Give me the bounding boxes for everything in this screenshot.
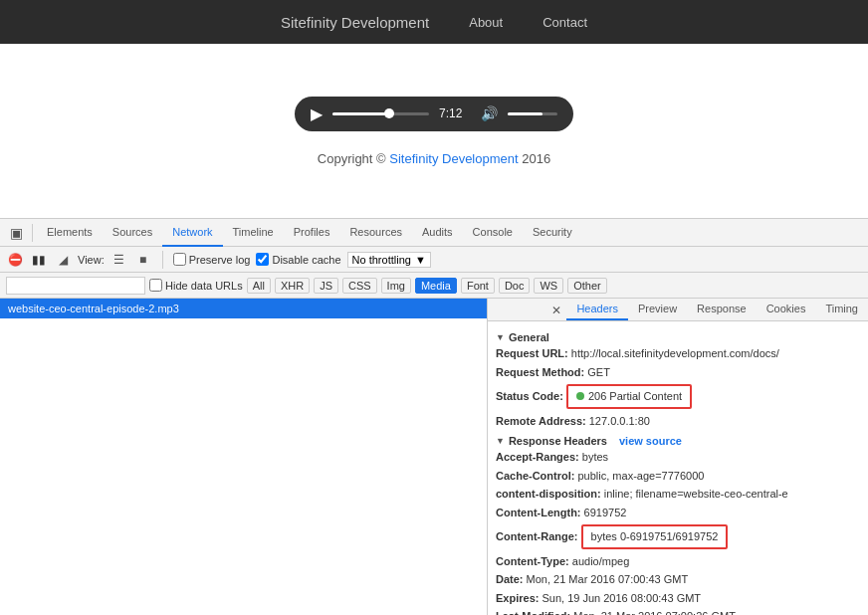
hide-data-urls-label: Hide data URLs bbox=[165, 280, 243, 292]
tab-resources[interactable]: Resources bbox=[339, 219, 412, 247]
request-method-key: Request Method: bbox=[496, 366, 587, 378]
general-triangle: ▼ bbox=[496, 332, 505, 342]
content-type-val: audio/mpeg bbox=[572, 555, 630, 567]
filter-font[interactable]: Font bbox=[461, 278, 495, 294]
close-button[interactable]: ✕ bbox=[546, 301, 566, 320]
volume-track[interactable] bbox=[508, 112, 557, 115]
status-code-box: 206 Partial Content bbox=[566, 384, 692, 409]
content-disposition-val: inline; filename=website-ceo-central-e bbox=[604, 488, 788, 500]
audio-player: ▶ 7:12 🔊 bbox=[295, 97, 573, 131]
filter-css[interactable]: CSS bbox=[342, 278, 377, 294]
request-url-val: http://local.sitefinitydevelopment.com/d… bbox=[571, 347, 779, 359]
nav-about[interactable]: About bbox=[469, 15, 503, 30]
request-list: website-ceo-central-episode-2.mp3 bbox=[0, 299, 488, 615]
accept-ranges-key: Accept-Ranges: bbox=[496, 451, 582, 463]
copyright-link[interactable]: Sitefinity Development bbox=[389, 151, 518, 166]
request-item-mp3[interactable]: website-ceo-central-episode-2.mp3 bbox=[0, 299, 487, 318]
details-tab-cookies[interactable]: Cookies bbox=[757, 299, 816, 320]
details-tab-response[interactable]: Response bbox=[687, 299, 757, 320]
main-content: ▶ 7:12 🔊 Copyright © Sitefinity Developm… bbox=[0, 44, 868, 218]
content-disposition-key: content-disposition: bbox=[496, 488, 604, 500]
content-range-key: Content-Range: bbox=[496, 530, 581, 542]
disable-cache-checkbox[interactable]: Disable cache bbox=[256, 253, 340, 266]
tab-sources[interactable]: Sources bbox=[103, 219, 162, 247]
response-headers-triangle: ▼ bbox=[496, 436, 505, 446]
details-tab-preview[interactable]: Preview bbox=[628, 299, 687, 320]
filter-icon[interactable]: ◢ bbox=[54, 251, 72, 269]
record-icon[interactable]: ▮▮ bbox=[30, 251, 48, 269]
progress-fill bbox=[332, 112, 385, 115]
date-row: Date: Mon, 21 Mar 2016 07:00:43 GMT bbox=[496, 571, 860, 588]
general-section-title: ▼ General bbox=[496, 331, 860, 343]
content-type-row: Content-Type: audio/mpeg bbox=[496, 553, 860, 570]
content-range-val: bytes 0-6919751/6919752 bbox=[591, 530, 719, 542]
hide-data-urls-checkbox[interactable]: Hide data URLs bbox=[149, 279, 243, 292]
mobile-icon[interactable]: ▣ bbox=[4, 221, 28, 245]
response-headers-section-title: ▼ Response Headers view source bbox=[496, 435, 860, 447]
navbar: Sitefinity Development About Contact bbox=[0, 0, 868, 44]
nav-contact[interactable]: Contact bbox=[542, 15, 587, 30]
last-modified-key: Last-Modified: bbox=[496, 610, 573, 615]
content-disposition-row: content-disposition: inline; filename=we… bbox=[496, 486, 860, 503]
remote-address-key: Remote Address: bbox=[496, 415, 589, 427]
throttle-select[interactable]: No throttling ▼ bbox=[347, 252, 431, 268]
request-method-val: GET bbox=[587, 366, 610, 378]
tab-elements[interactable]: Elements bbox=[37, 219, 103, 247]
filter-doc[interactable]: Doc bbox=[499, 278, 531, 294]
content-length-val: 6919752 bbox=[584, 507, 627, 518]
stop-icon[interactable]: ⛔ bbox=[6, 251, 24, 269]
details-panel: ✕ Headers Preview Response Cookies Timin… bbox=[488, 299, 868, 615]
tree-view-icon[interactable]: ■ bbox=[134, 251, 152, 269]
last-modified-val: Mon, 21 Mar 2016 07:00:26 GMT bbox=[573, 610, 736, 615]
time-display: 7:12 bbox=[439, 106, 471, 120]
filter-media[interactable]: Media bbox=[415, 278, 457, 294]
devtools-toolbar: ⛔ ▮▮ ◢ View: ☰ ■ Preserve log Disable ca… bbox=[0, 247, 868, 273]
throttle-label: No throttling bbox=[352, 254, 411, 266]
filter-ws[interactable]: WS bbox=[534, 278, 563, 294]
tab-audits[interactable]: Audits bbox=[412, 219, 463, 247]
date-key: Date: bbox=[496, 573, 527, 585]
throttle-chevron: ▼ bbox=[415, 254, 426, 266]
filter-js[interactable]: JS bbox=[314, 278, 338, 294]
progress-thumb bbox=[384, 108, 394, 118]
cache-control-key: Cache-Control: bbox=[496, 470, 578, 482]
devtools-tabs: ▣ Elements Sources Network Timeline Prof… bbox=[0, 219, 868, 247]
view-source-link[interactable]: view source bbox=[619, 435, 682, 447]
filter-xhr[interactable]: XHR bbox=[275, 278, 310, 294]
details-tabs: ✕ Headers Preview Response Cookies Timin… bbox=[488, 299, 868, 321]
copyright-text-before: Copyright © bbox=[318, 151, 389, 166]
content-range-box: bytes 0-6919751/6919752 bbox=[581, 524, 729, 549]
filter-all[interactable]: All bbox=[247, 278, 271, 294]
preserve-log-checkbox[interactable]: Preserve log bbox=[173, 253, 251, 266]
hide-data-urls-input[interactable] bbox=[149, 279, 162, 292]
filter-bar: Hide data URLs All XHR JS CSS Img Media … bbox=[0, 273, 868, 299]
separator-1 bbox=[32, 224, 33, 242]
site-title: Sitefinity Development bbox=[281, 14, 429, 31]
details-tab-timing[interactable]: Timing bbox=[815, 299, 868, 320]
request-url-row: Request URL: http://local.sitefinitydeve… bbox=[496, 345, 860, 362]
play-button[interactable]: ▶ bbox=[311, 104, 323, 123]
status-code-row: Status Code: 206 Partial Content bbox=[496, 382, 860, 411]
disable-cache-input[interactable] bbox=[256, 253, 269, 266]
tab-timeline[interactable]: Timeline bbox=[223, 219, 284, 247]
filter-input[interactable] bbox=[6, 277, 145, 295]
tab-network[interactable]: Network bbox=[162, 219, 222, 247]
filter-img[interactable]: Img bbox=[381, 278, 411, 294]
list-view-icon[interactable]: ☰ bbox=[110, 251, 128, 269]
tab-console[interactable]: Console bbox=[463, 219, 523, 247]
accept-ranges-val: bytes bbox=[582, 451, 608, 463]
tab-profiles[interactable]: Profiles bbox=[284, 219, 340, 247]
cache-control-row: Cache-Control: public, max-age=7776000 bbox=[496, 468, 860, 485]
progress-track[interactable] bbox=[332, 112, 429, 115]
details-tab-headers[interactable]: Headers bbox=[566, 299, 628, 320]
tab-security[interactable]: Security bbox=[523, 219, 582, 247]
copyright-text-after: 2016 bbox=[519, 151, 551, 166]
preserve-log-input[interactable] bbox=[173, 253, 186, 266]
content-length-key: Content-Length: bbox=[496, 507, 584, 518]
content-type-key: Content-Type: bbox=[496, 555, 572, 567]
cache-control-val: public, max-age=7776000 bbox=[578, 470, 705, 482]
expires-row: Expires: Sun, 19 Jun 2016 08:00:43 GMT bbox=[496, 590, 860, 607]
volume-icon: 🔊 bbox=[481, 105, 498, 121]
filter-other[interactable]: Other bbox=[567, 278, 607, 294]
volume-fill bbox=[508, 112, 542, 115]
